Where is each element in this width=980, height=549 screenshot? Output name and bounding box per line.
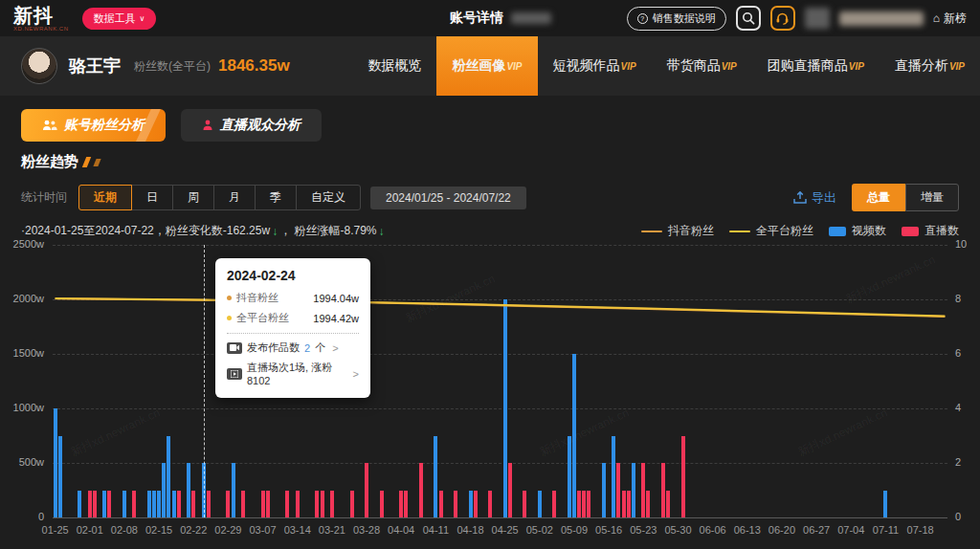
tab-live-audience-analysis[interactable]: 直播观众分析 — [181, 109, 322, 142]
x-axis-label: 04-25 — [492, 524, 519, 536]
x-axis-label: 02-15 — [145, 524, 172, 536]
tooltip-works-row[interactable]: 发布作品数2个 > — [227, 340, 359, 355]
export-icon — [793, 191, 807, 204]
y-axis-right-label: 6 — [955, 347, 961, 359]
tooltip-date: 2024-02-24 — [227, 268, 359, 283]
tooltip-series-label: 抖音粉丝 — [236, 291, 278, 305]
y-axis-left-label: 2500w — [0, 238, 44, 250]
person-icon — [202, 120, 213, 131]
time-option-周[interactable]: 周 — [172, 185, 214, 210]
tooltip-series-value: 1994.42w — [313, 313, 359, 324]
section-title-fans-trend: 粉丝趋势 — [21, 153, 78, 171]
account-name: 骆王宇 — [69, 55, 121, 77]
time-option-近期[interactable]: 近期 — [78, 185, 132, 210]
tab-团购直播商品[interactable]: 团购直播商品VIP — [752, 36, 880, 96]
newrank-home-link[interactable]: ⌂ 新榜 — [933, 11, 967, 27]
x-axis-label: 06-20 — [768, 524, 795, 536]
search-icon — [742, 11, 755, 25]
gridline — [53, 517, 947, 518]
line-swatch — [641, 231, 662, 232]
export-button[interactable]: 导出 — [793, 189, 836, 207]
logo-text: 新抖 — [13, 6, 69, 25]
home-icon: ⌂ — [933, 11, 940, 25]
people-icon — [42, 120, 57, 131]
x-axis-label: 02-01 — [77, 524, 103, 536]
tooltip-marker-line — [204, 245, 205, 517]
time-option-月[interactable]: 月 — [213, 185, 256, 210]
chart-tooltip: 2024-02-24 抖音粉丝 1994.04w 全平台粉丝 1994.42w … — [215, 258, 370, 398]
sales-data-note-button[interactable]: ? 销售数据说明 — [627, 7, 726, 31]
tab-label: 带货商品 — [667, 57, 721, 75]
tab-label: 直播分析 — [895, 57, 948, 75]
date-range-picker[interactable]: 2024/01/25 - 2024/07/22 — [370, 187, 526, 209]
y-axis-left-label: 500w — [0, 456, 44, 468]
mode-delta-button[interactable]: 增量 — [905, 184, 959, 211]
fans-count-value: 1846.35w — [218, 56, 290, 76]
x-axis-label: 05-30 — [664, 524, 691, 536]
tab-label: 团购直播商品 — [768, 57, 848, 75]
y-axis-right-label: 10 — [955, 238, 967, 250]
time-range-segments: 近期日周月季自定义 — [78, 185, 361, 210]
y-axis-right-label: 4 — [955, 402, 961, 413]
user-name-redacted[interactable] — [839, 11, 924, 26]
tab-数据概览[interactable]: 数据概览 — [352, 36, 436, 96]
chevron-down-icon: ∨ — [140, 14, 145, 23]
tab-带货商品[interactable]: 带货商品VIP — [652, 36, 752, 96]
customer-service-button[interactable] — [770, 6, 795, 31]
line-抖音粉丝 — [56, 298, 946, 317]
time-option-季[interactable]: 季 — [255, 185, 297, 210]
x-axis-label: 07-18 — [907, 524, 934, 536]
tab-短视频作品[interactable]: 短视频作品VIP — [538, 36, 652, 96]
tab-label: 短视频作品 — [553, 57, 620, 75]
fans-count-label: 粉丝数(全平台) — [134, 58, 211, 75]
top-bar: 新抖 XD.NEWRANK.CN 数据工具 ∨ 账号详情 ? 销售数据说明 — [0, 0, 980, 36]
x-axis-label: 03-21 — [319, 524, 345, 536]
tooltip-divider — [227, 333, 359, 334]
account-header: 骆王宇 粉丝数(全平台) 1846.35w 数据概览粉丝画像VIP短视频作品VI… — [0, 36, 980, 96]
tab-label: 数据概览 — [368, 57, 421, 75]
fans-line-layer — [53, 245, 947, 517]
x-axis-label: 01-25 — [42, 524, 69, 536]
x-axis-label: 03-14 — [284, 524, 311, 536]
newrank-home-label: 新榜 — [944, 11, 967, 27]
y-axis-left-label: 1500w — [0, 347, 44, 359]
x-axis-label: 07-11 — [873, 524, 899, 536]
search-button[interactable] — [736, 6, 761, 31]
decorative-tick-icon — [93, 159, 100, 166]
vip-badge: VIP — [506, 61, 522, 72]
sales-data-note-label: 销售数据说明 — [653, 11, 716, 26]
time-option-自定义[interactable]: 自定义 — [296, 185, 361, 210]
x-axis-label: 04-11 — [423, 524, 449, 536]
time-filter-row: 统计时间 近期日周月季自定义 2024/01/25 - 2024/07/22 导… — [21, 184, 959, 211]
x-axis-label: 02-08 — [111, 524, 138, 536]
decorative-tick-icon — [82, 157, 91, 167]
time-option-日[interactable]: 日 — [131, 185, 173, 210]
y-axis-left-label: 1000w — [0, 402, 44, 413]
tab-account-fans-analysis[interactable]: 账号粉丝分析 — [21, 109, 166, 142]
tab-直播分析[interactable]: 直播分析VIP — [880, 36, 980, 96]
tab-粉丝画像[interactable]: 粉丝画像VIP — [436, 36, 537, 96]
subtab-label: 直播观众分析 — [220, 117, 301, 134]
newrank-logo[interactable]: 新抖 XD.NEWRANK.CN — [13, 6, 69, 32]
tooltip-live-row[interactable]: 直播场次1场, 涨粉8102 > — [227, 361, 359, 386]
x-axis-label: 04-18 — [457, 524, 483, 536]
headset-icon — [775, 11, 790, 25]
mode-total-button[interactable]: 总量 — [852, 184, 905, 211]
page-title: 账号详情 — [450, 10, 503, 27]
filter-label: 统计时间 — [21, 189, 67, 206]
line-全平台粉丝 — [56, 298, 946, 317]
analysis-subtabs: 账号粉丝分析 直播观众分析 — [21, 109, 980, 142]
data-tools-dropdown[interactable]: 数据工具 ∨ — [82, 8, 157, 30]
y-axis-right-label: 0 — [955, 511, 961, 522]
fans-trend-chart: 2024-02-24 抖音粉丝 1994.04w 全平台粉丝 1994.42w … — [0, 233, 980, 549]
x-axis-label: 04-04 — [388, 524, 414, 536]
works-unit: 个 — [315, 340, 325, 355]
tooltip-row-allplatform: 全平台粉丝 1994.42w — [227, 311, 359, 325]
vip-badge: VIP — [722, 61, 737, 72]
x-axis-label: 03-07 — [249, 524, 276, 536]
logo-subtext: XD.NEWRANK.CN — [13, 26, 69, 32]
y-axis-left-label: 0 — [0, 511, 44, 522]
user-avatar[interactable] — [805, 8, 830, 29]
x-axis-label: 05-02 — [526, 524, 553, 536]
camera-icon — [227, 342, 242, 354]
